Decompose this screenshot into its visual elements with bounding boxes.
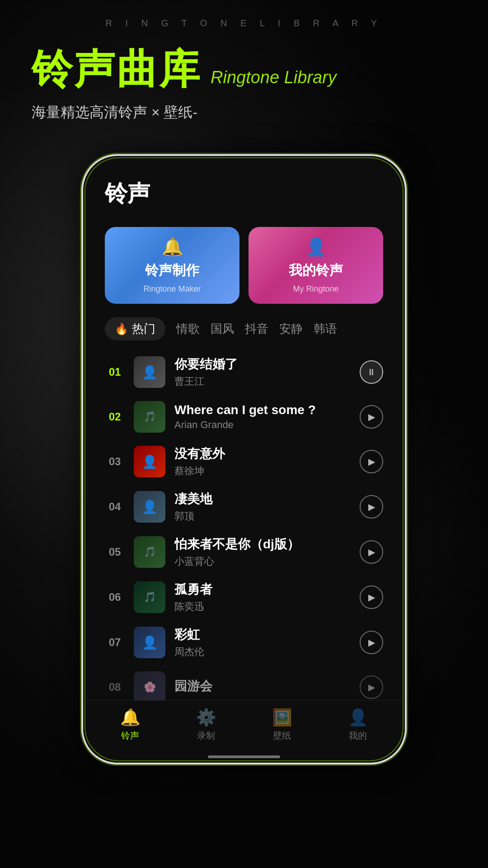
category-tabs: 🔥 热门 情歌 国风 抖音 安静 韩语 [83, 308, 405, 345]
play-icon: ▶ [368, 682, 375, 693]
header-desc: 海量精选高清铃声 × 壁纸- [27, 103, 461, 123]
record-nav-icon: ⚙️ [196, 708, 216, 727]
song-info: 孤勇者 陈奕迅 [174, 581, 351, 613]
nav-item-ringtone[interactable]: 🔔 铃声 [103, 708, 157, 742]
tab-hot[interactable]: 🔥 热门 [105, 317, 165, 340]
song-item[interactable]: 01 👤 你要结婚了 曹王江 ⏸ [83, 349, 405, 395]
song-thumbnail: 👤 [134, 356, 165, 388]
song-play-button[interactable]: ▶ [360, 585, 383, 609]
song-name: Where can I get some ? [174, 403, 351, 417]
tab-quiet[interactable]: 安静 [279, 321, 303, 337]
header-subtitle: R I N G T O N E L I B R A R Y [27, 18, 461, 28]
song-info: 园游会 [174, 678, 351, 697]
ringtone-maker-title-en: Ringtone Maker [143, 284, 201, 294]
song-artist: 曹王江 [174, 375, 351, 388]
song-item[interactable]: 02 🎵 Where can I get some ? Arian Grande… [83, 395, 405, 439]
play-icon: ▶ [368, 501, 375, 512]
cards-row: 🔔 铃声制作 Ringtone Maker 👤 我的铃声 My Ringtone [83, 218, 405, 308]
record-nav-label: 录制 [197, 730, 215, 742]
tab-hot-label: 热门 [132, 321, 155, 337]
title-chinese: 铃声曲库 [32, 42, 202, 97]
song-play-button[interactable]: ▶ [360, 450, 383, 473]
song-info: 凄美地 郭顶 [174, 491, 351, 523]
tab-love[interactable]: 情歌 [176, 321, 200, 337]
ringtone-maker-icon: 🔔 [162, 237, 183, 257]
play-icon: ▶ [368, 637, 375, 648]
mine-nav-label: 我的 [349, 730, 367, 742]
song-info: 没有意外 蔡徐坤 [174, 445, 351, 478]
mine-nav-icon: 👤 [348, 708, 368, 727]
tab-douyin[interactable]: 抖音 [245, 321, 268, 337]
play-icon: ▶ [368, 592, 375, 603]
phone-title: 铃声 [105, 179, 383, 209]
song-name: 凄美地 [174, 491, 351, 508]
wallpaper-nav-label: 壁纸 [273, 730, 291, 742]
song-play-button[interactable]: ▶ [360, 675, 383, 699]
phone-container: 铃声 🔔 铃声制作 Ringtone Maker 👤 我的铃声 My Ringt… [0, 154, 488, 764]
song-artist: 蔡徐坤 [174, 464, 351, 478]
phone-mockup: 铃声 🔔 铃声制作 Ringtone Maker 👤 我的铃声 My Ringt… [81, 154, 407, 764]
my-ringtone-title-cn: 我的铃声 [289, 261, 343, 280]
pause-icon: ⏸ [367, 367, 376, 377]
my-ringtone-card[interactable]: 👤 我的铃声 My Ringtone [249, 227, 383, 304]
song-artist: Arian Grande [174, 419, 351, 431]
song-item[interactable]: 06 🎵 孤勇者 陈奕迅 ▶ [83, 575, 405, 620]
song-number: 03 [105, 455, 125, 468]
nav-item-mine[interactable]: 👤 我的 [331, 708, 385, 742]
bottom-navigation: 🔔 铃声 ⚙️ 录制 🖼️ 壁纸 👤 我的 [83, 700, 405, 755]
song-item[interactable]: 05 🎵 怕来者不是你（dj版） 小蓝背心 ▶ [83, 529, 405, 575]
play-icon: ▶ [368, 456, 375, 467]
ringtone-nav-label: 铃声 [121, 730, 139, 742]
song-name: 怕来者不是你（dj版） [174, 536, 351, 553]
home-indicator [208, 755, 280, 758]
ringtone-nav-icon: 🔔 [120, 708, 141, 727]
song-info: 你要结婚了 曹王江 [174, 356, 351, 388]
song-play-button[interactable]: ▶ [360, 495, 383, 519]
song-thumbnail: 👤 [134, 491, 165, 523]
song-play-button[interactable]: ▶ [360, 405, 383, 429]
song-name: 园游会 [174, 678, 351, 695]
nav-item-wallpaper[interactable]: 🖼️ 壁纸 [255, 708, 309, 742]
ringtone-maker-title-cn: 铃声制作 [145, 261, 199, 280]
title-english: Ringtone Library [211, 68, 337, 87]
song-play-button[interactable]: ▶ [360, 631, 383, 654]
song-thumbnail: 🌸 [134, 671, 165, 700]
song-number: 04 [105, 500, 125, 513]
song-item[interactable]: 03 👤 没有意外 蔡徐坤 ▶ [83, 439, 405, 484]
song-item[interactable]: 07 👤 彩虹 周杰伦 ▶ [83, 620, 405, 665]
my-ringtone-icon: 👤 [305, 237, 327, 257]
song-number: 05 [105, 546, 125, 558]
song-thumbnail: 👤 [134, 627, 165, 658]
page-header: R I N G T O N E L I B R A R Y 铃声曲库 Ringt… [0, 0, 488, 132]
song-info: 怕来者不是你（dj版） 小蓝背心 [174, 536, 351, 568]
song-number: 06 [105, 591, 125, 604]
song-thumbnail: 👤 [134, 446, 165, 477]
phone-content: 铃声 🔔 铃声制作 Ringtone Maker 👤 我的铃声 My Ringt… [83, 156, 405, 763]
fire-icon: 🔥 [115, 323, 128, 335]
song-name: 孤勇者 [174, 581, 351, 598]
tab-korean[interactable]: 韩语 [314, 321, 337, 337]
title-row: 铃声曲库 Ringtone Library [27, 42, 461, 97]
song-name: 你要结婚了 [174, 356, 351, 373]
ringtone-maker-card[interactable]: 🔔 铃声制作 Ringtone Maker [105, 227, 239, 304]
play-icon: ▶ [368, 547, 375, 557]
song-artist: 陈奕迅 [174, 600, 351, 613]
song-number: 07 [105, 636, 125, 649]
song-number: 08 [105, 681, 125, 693]
song-thumbnail: 🎵 [134, 401, 165, 433]
wallpaper-nav-icon: 🖼️ [272, 708, 292, 727]
song-thumbnail: 🎵 [134, 581, 165, 613]
song-info: Where can I get some ? Arian Grande [174, 403, 351, 431]
tab-chinese[interactable]: 国风 [211, 321, 234, 337]
song-play-button[interactable]: ⏸ [360, 360, 383, 384]
song-name: 没有意外 [174, 445, 351, 462]
song-artist: 小蓝背心 [174, 555, 351, 568]
song-artist: 郭顶 [174, 509, 351, 523]
nav-item-record[interactable]: ⚙️ 录制 [179, 708, 233, 742]
song-play-button[interactable]: ▶ [360, 540, 383, 564]
song-number: 02 [105, 410, 125, 423]
song-item[interactable]: 08 🌸 园游会 ▶ [83, 665, 405, 700]
my-ringtone-title-en: My Ringtone [293, 284, 338, 294]
song-item[interactable]: 04 👤 凄美地 郭顶 ▶ [83, 484, 405, 529]
song-number: 01 [105, 366, 125, 378]
